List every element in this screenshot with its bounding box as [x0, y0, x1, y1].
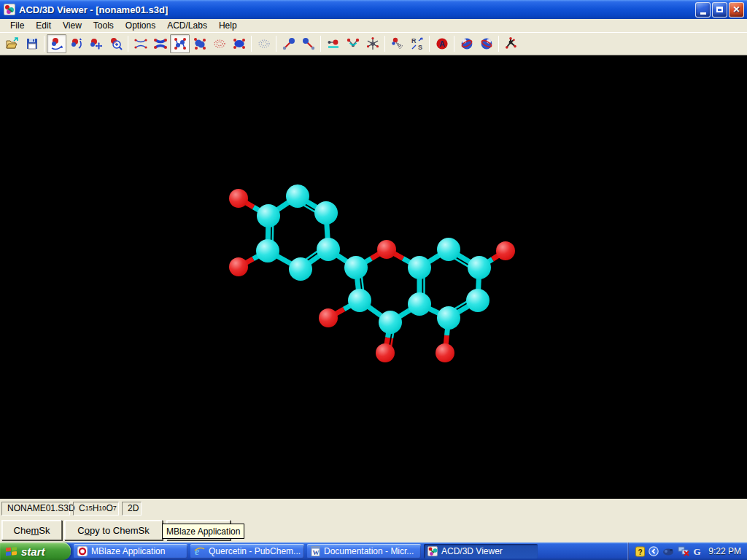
formula-h-sub: 10 — [98, 505, 106, 512]
help-tray-icon[interactable]: ? — [635, 546, 645, 557]
carbon-atom-C2[interactable] — [344, 256, 368, 279]
rotate-axis-button[interactable] — [66, 34, 86, 53]
menu-help[interactable]: Help — [213, 20, 243, 31]
globe-x-icon — [460, 36, 474, 51]
device-tray-icon[interactable] — [662, 547, 674, 556]
taskbar-clock: 9:22 PM — [708, 546, 741, 556]
oxygen-atom-O5[interactable] — [436, 343, 454, 362]
torsion-angle-button[interactable] — [363, 34, 382, 53]
taskbar-task-mblaze[interactable]: MBlaze Application — [74, 544, 187, 559]
restore-button[interactable] — [712, 2, 727, 18]
sticks-style-icon — [153, 36, 168, 51]
menu-tools[interactable]: Tools — [88, 20, 120, 31]
bond-down-icon — [301, 36, 316, 51]
formula-o: O — [106, 503, 112, 513]
open-button[interactable] — [2, 34, 22, 53]
spacefill-style-button[interactable] — [190, 34, 209, 53]
close-icon: ✕ — [732, 4, 740, 15]
gray-dots-style-button[interactable] — [254, 34, 274, 53]
menu-options[interactable]: Options — [120, 20, 161, 31]
menu-bar: File Edit View Tools Options ACD/Labs He… — [0, 19, 747, 33]
toolbar-separator — [498, 36, 499, 52]
dots-style-button[interactable] — [209, 34, 229, 53]
globe-y-icon — [479, 36, 494, 51]
close-button[interactable]: ✕ — [729, 2, 744, 18]
taskbar-task-quercetin-pubchem[interactable]: e Quercetin - PubChem... — [190, 544, 304, 559]
solid-style-button[interactable] — [229, 34, 249, 53]
minimize-button[interactable] — [695, 2, 711, 18]
carbon-atom-C4p[interactable] — [317, 238, 340, 261]
oxygen-atom-O3p[interactable] — [229, 189, 248, 208]
atom-labels-icon: A — [435, 36, 449, 51]
carbon-atom-C5[interactable] — [437, 306, 460, 330]
carbon-atom-C3[interactable] — [348, 289, 371, 312]
ball-stick-style-button[interactable] — [170, 34, 190, 53]
chemsk-button[interactable]: ChemSk — [1, 520, 62, 540]
toolbar-separator — [429, 36, 430, 52]
carbon-atom-C1p[interactable] — [257, 204, 280, 228]
rs-labels-button[interactable]: RS — [407, 34, 427, 53]
oxygen-atom-O4p[interactable] — [229, 257, 248, 276]
translate-button[interactable] — [86, 34, 106, 53]
atom-labels-button[interactable]: A — [432, 34, 452, 53]
carbon-atom-C4a[interactable] — [408, 292, 431, 316]
copy-to-chemsk-button[interactable]: Copy to ChemSk — [64, 520, 163, 540]
menu-acdlabs[interactable]: ACD/Labs — [161, 20, 213, 31]
bond-down-button[interactable] — [298, 34, 318, 53]
svg-text:R: R — [411, 37, 417, 44]
dots-style-icon — [212, 36, 227, 51]
stereo-bonds-icon — [390, 36, 405, 51]
toolbar-separator — [128, 36, 128, 52]
task-label: ACD/3D Viewer — [441, 546, 503, 556]
carbon-atom-C3p[interactable] — [314, 201, 338, 225]
google-tray-icon[interactable]: G — [693, 546, 703, 556]
menu-view[interactable]: View — [57, 20, 88, 31]
bond-length-button[interactable] — [323, 34, 343, 53]
carbon-atom-C8[interactable] — [437, 238, 460, 261]
rotate-3d-button[interactable] — [47, 34, 66, 53]
oxygen-atom-O7[interactable] — [496, 241, 515, 260]
acd-3d-viewer-task-icon — [427, 546, 438, 556]
bond-angle-button[interactable] — [343, 34, 363, 53]
bond-angle-icon — [346, 36, 360, 51]
start-button[interactable]: start — [0, 542, 71, 560]
status-mode: 2D — [122, 502, 142, 516]
globe-y-button[interactable] — [476, 34, 496, 53]
carbon-atom-C2p[interactable] — [286, 184, 309, 208]
save-button[interactable] — [22, 34, 42, 53]
minimize-icon — [700, 12, 706, 15]
ball-stick-style-icon — [173, 36, 187, 51]
toolbar-separator — [454, 36, 454, 52]
globe-x-button[interactable] — [457, 34, 476, 53]
stereo-bonds-button[interactable] — [387, 34, 407, 53]
molecule-canvas[interactable] — [0, 55, 747, 499]
title-bar[interactable]: ACD/3D Viewer - [noname01.s3d] ✕ — [0, 0, 747, 19]
network-status-icon[interactable] — [678, 546, 689, 556]
gray-dots-style-icon — [257, 36, 271, 51]
carbon-atom-C8a[interactable] — [408, 256, 431, 279]
carbon-atom-C6p[interactable] — [256, 239, 279, 262]
svg-text:G: G — [694, 546, 701, 556]
solid-style-icon — [232, 36, 247, 51]
carbon-atom-C4[interactable] — [379, 311, 402, 334]
menu-edit[interactable]: Edit — [30, 20, 57, 31]
oxygen-atom-O1[interactable] — [377, 240, 396, 259]
status-formula: C15H10O7 — [73, 502, 119, 516]
menu-file[interactable]: File — [4, 20, 30, 31]
svg-text:W: W — [313, 549, 320, 556]
carbon-atom-C7[interactable] — [468, 256, 491, 279]
oxygen-atom-O3[interactable] — [319, 308, 338, 327]
bond-up-button[interactable] — [279, 34, 298, 53]
oxygen-atom-O4[interactable] — [376, 343, 395, 362]
carbon-atom-C6[interactable] — [466, 289, 489, 312]
hide-icons-chevron-icon[interactable] — [649, 546, 659, 556]
window-title: ACD/3D Viewer - [noname01.s3d] — [19, 4, 694, 15]
zoom-button[interactable] — [106, 34, 125, 53]
carbon-atom-C5p[interactable] — [289, 257, 312, 281]
status-filename: NONAME01.S3D — [1, 502, 70, 516]
wireframe-style-button[interactable] — [131, 34, 150, 53]
taskbar-task-acd-3d-viewer[interactable]: ACD/3D Viewer — [424, 544, 538, 559]
geometry-button[interactable] — [501, 34, 521, 53]
sticks-style-button[interactable] — [150, 34, 170, 53]
taskbar-task-documentation-word[interactable]: W Documentation - Micr... — [307, 544, 421, 559]
